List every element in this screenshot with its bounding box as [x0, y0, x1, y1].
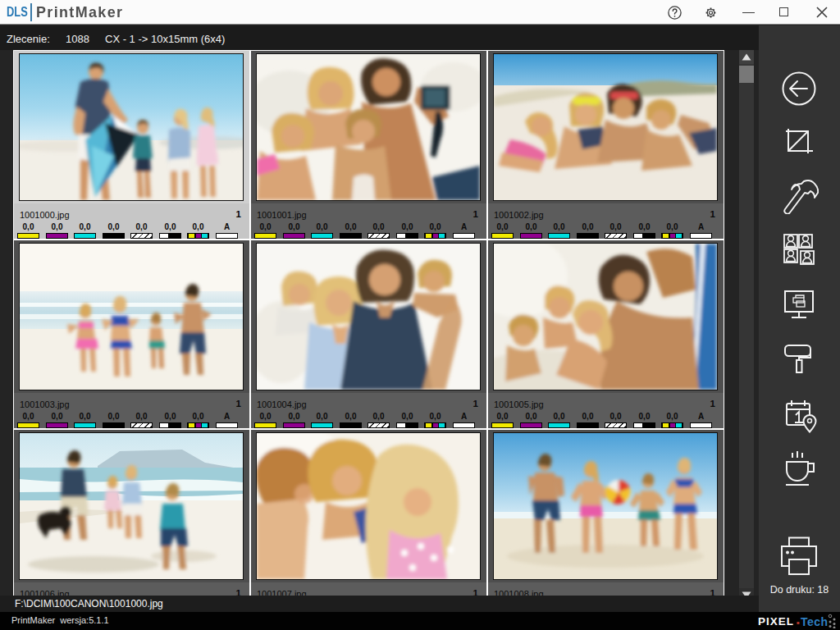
svg-text:PIXEL: PIXEL: [758, 615, 794, 628]
svg-text:Tech: Tech: [801, 615, 829, 628]
